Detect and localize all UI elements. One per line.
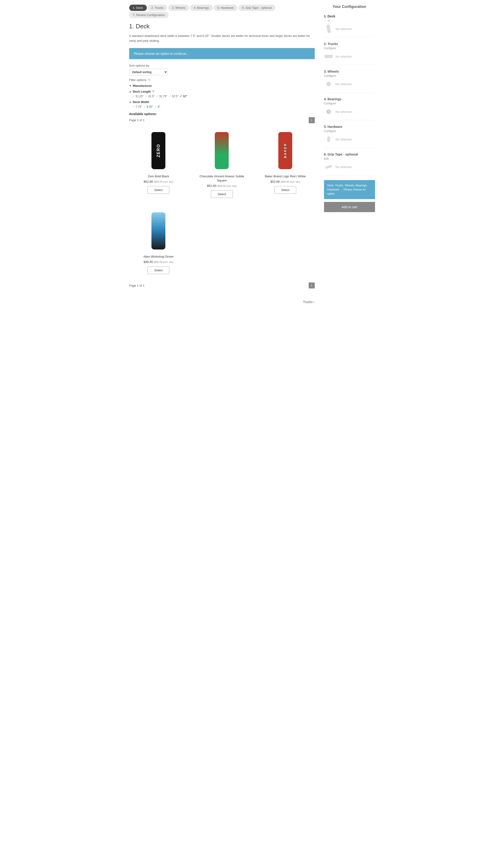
config-grip-edit[interactable]: Edit — [324, 157, 375, 160]
filter-group-manufacturer: ▼ Manufacturer — [129, 84, 315, 87]
deck-width-arrow: ▲ — [129, 101, 131, 103]
deck-length-arrow: ▲ — [129, 90, 131, 93]
product-alien-workshop: Alien Workshop Drone $49.45 ($46.00 excl… — [129, 206, 188, 278]
config-hardware-title: 5. Hardware — [324, 125, 375, 128]
filter-31-75[interactable]: ✓ 31.75" — [156, 95, 167, 98]
deck-visual-baker — [278, 132, 292, 169]
config-bearings-title: 4. Bearings — [324, 97, 375, 101]
product-image-zero — [133, 130, 184, 172]
filter-32[interactable]: ✓ 32" — [180, 95, 187, 98]
config-hardware-configure[interactable]: Configure — [324, 129, 375, 133]
filter-8-25[interactable]: ✓ 8.25" — [144, 105, 153, 108]
product-price-baker: $52.68 ($49.00 excl. tax) — [260, 180, 311, 183]
config-grip-icon — [324, 162, 333, 172]
config-trucks-selection: No selection — [324, 52, 375, 61]
config-section-deck: 1. Deck … ✏ No selection — [324, 14, 375, 37]
cta-message-box: Deck, Trucks, Wheels, Bearings, Hardware… — [324, 180, 375, 199]
bearings-mini-visual — [326, 110, 331, 114]
manufacturer-header[interactable]: ▼ Manufacturer — [129, 84, 315, 87]
deck-length-label: Deck Length — [133, 90, 151, 93]
step-review[interactable]: 7. Review Configuration — [129, 12, 169, 18]
sidebar-title: Your Configuration — [324, 5, 375, 9]
config-trucks-title: 2. Trucks — [324, 42, 375, 46]
next-label: Trucks — [303, 300, 312, 304]
filter-header: Filter options ↻ — [129, 78, 315, 82]
select-button-baker[interactable]: Select — [275, 186, 296, 194]
config-trucks-no-selection: No selection — [336, 55, 352, 58]
config-section-grip-tape: 6. Grip Tape - optional Edit No selectio… — [324, 152, 375, 176]
filter-7-75[interactable]: ✓ 7.75" — [133, 105, 142, 108]
filter-refresh-icon[interactable]: ↻ — [148, 78, 151, 82]
next-trucks-link[interactable]: Trucks › — [129, 300, 315, 304]
grip-mini-visual — [325, 165, 332, 169]
config-deck-selection: No selection — [324, 24, 375, 33]
deck-length-refresh-icon[interactable]: ↻ — [152, 90, 154, 93]
filter-8[interactable]: ✓ 8" — [155, 105, 160, 108]
config-section-hardware: 5. Hardware Configure No selection — [324, 125, 375, 148]
config-bearings-configure[interactable]: Configure — [324, 102, 375, 105]
page-info-top: Page 1 of 1 1 — [129, 117, 315, 123]
config-deck-no-selection: No selection — [336, 27, 352, 31]
product-image-alien — [133, 210, 184, 252]
deck-length-header[interactable]: ▲ Deck Length ↻ — [129, 90, 315, 93]
steps-navigation: 1. Deck 2. Trucks 3. Wheels 4. Bearings … — [129, 5, 315, 18]
deck-visual-chocolate — [215, 132, 229, 169]
wheels-mini-visual — [326, 82, 331, 86]
edit-dots: … — [324, 19, 327, 22]
config-trucks-icon — [324, 52, 333, 61]
hardware-mini-visual — [327, 136, 330, 142]
config-bearings-selection: No selection — [324, 107, 375, 116]
select-button-zero[interactable]: Select — [148, 186, 169, 194]
deck-length-options: ✓ 31.25" ✓ 31.5" ✓ 31.75" ✓ 32.5" ✓ 32" — [133, 95, 315, 98]
trucks-mini-visual — [324, 55, 333, 58]
sort-select[interactable]: Default sorting Price: Low to High Price… — [129, 69, 168, 76]
select-button-alien[interactable]: Select — [148, 266, 169, 274]
deck-width-header[interactable]: ▲ Deck Width — [129, 100, 315, 104]
products-grid: Zero Bold Black $52.68 ($49.00 excl. tax… — [129, 126, 315, 202]
step-grip-tape[interactable]: 6. Grip Tape - optional — [238, 5, 276, 11]
bottom-navigation: Trucks › — [129, 296, 315, 309]
page-info-bottom: Page 1 of 1 1 — [129, 283, 315, 288]
config-wheels-configure[interactable]: Configure — [324, 74, 375, 78]
filter-group-deck-length: ▲ Deck Length ↻ ✓ 31.25" ✓ 31.5" ✓ 31.75… — [129, 90, 315, 98]
config-trucks-configure[interactable]: Configure — [324, 47, 375, 50]
filter-31-5[interactable]: ✓ 31.5" — [145, 95, 155, 98]
config-hardware-no-selection: No selection — [336, 138, 352, 141]
filter-group-deck-width: ▲ Deck Width ✓ 7.75" ✓ 8.25" ✓ 8" — [129, 100, 315, 108]
filter-31-25[interactable]: ✓ 31.25" — [133, 95, 143, 98]
product-name-zero: Zero Bold Black — [133, 174, 184, 178]
filter-section: Filter options ↻ ▼ Manufacturer ▲ Deck L… — [129, 78, 315, 108]
config-wheels-icon — [324, 79, 333, 88]
product-name-baker: Baker Brand Logo Red / White — [260, 174, 311, 178]
deck-visual-zero — [152, 132, 165, 169]
product-name-alien: Alien Workshop Drone — [133, 255, 184, 259]
step-bearings[interactable]: 4. Bearings — [190, 5, 213, 11]
deck-width-label: Deck Width — [133, 100, 149, 104]
product-price-alien: $49.45 ($46.00 excl. tax) — [133, 260, 184, 264]
main-content: 1. Deck 2. Trucks 3. Wheels 4. Bearings … — [129, 5, 315, 309]
page-description: A standard skateboard deck width is betw… — [129, 33, 315, 43]
product-chocolate-vincent: Chocolate Vincent Alvarez Subtle Square … — [193, 126, 251, 202]
product-image-chocolate — [196, 130, 248, 172]
add-to-cart-button[interactable]: Add to cart — [324, 202, 375, 212]
config-deck-edit[interactable]: … ✏ — [324, 19, 375, 22]
step-wheels[interactable]: 3. Wheels — [168, 5, 189, 11]
sort-label: Sort options by — [129, 64, 315, 67]
config-bearings-icon — [324, 107, 333, 116]
pencil-icon: ✏ — [328, 19, 330, 22]
product-zero-bold-black: Zero Bold Black $52.68 ($49.00 excl. tax… — [129, 126, 188, 202]
config-section-bearings: 4. Bearings Configure No selection — [324, 97, 375, 120]
step-trucks[interactable]: 2. Trucks — [148, 5, 167, 11]
product-price-chocolate: $51.60 ($48.00 excl. tax) — [196, 184, 248, 188]
config-deck-icon — [324, 24, 333, 33]
filter-32-5[interactable]: ✓ 32.5" — [169, 95, 178, 98]
config-grip-selection: No selection — [324, 162, 375, 172]
manufacturer-label: Manufacturer — [133, 84, 152, 87]
step-deck[interactable]: 1. Deck — [129, 5, 147, 11]
product-image-baker — [260, 130, 311, 172]
manufacturer-arrow: ▼ — [129, 84, 131, 87]
select-button-chocolate[interactable]: Select — [211, 190, 233, 198]
config-deck-title: 1. Deck — [324, 14, 375, 18]
sidebar: Your Configuration 1. Deck … ✏ No select… — [324, 5, 375, 309]
step-hardware[interactable]: 5. Hardware — [214, 5, 238, 11]
